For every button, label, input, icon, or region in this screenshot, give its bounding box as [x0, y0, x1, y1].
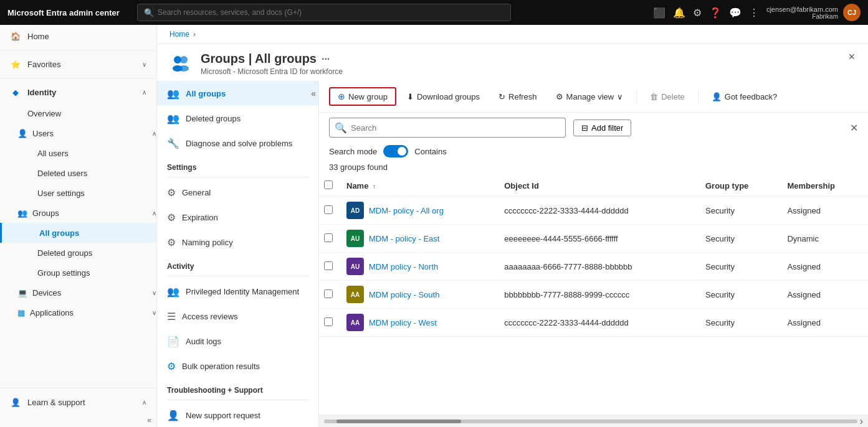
sidebar-item-all-users[interactable]: All users [0, 143, 156, 163]
sidebar-item-home[interactable]: 🏠 Home [0, 25, 156, 47]
panel-item-general[interactable]: ⚙ General [157, 180, 318, 205]
panel-item-expiration[interactable]: ⚙ Expiration [157, 205, 318, 230]
sidebar-item-all-groups[interactable]: All groups [0, 223, 156, 243]
row-checkbox-2[interactable] [324, 261, 333, 270]
row-name-cell: AA MDM policy - West [339, 309, 497, 337]
panel-general-label: General [182, 188, 211, 197]
sidebar-item-learn-support[interactable]: 👤 Learn & support ∧ [0, 391, 156, 413]
scroll-right-icon[interactable]: › [860, 416, 863, 427]
panel-item-diagnose[interactable]: 🔧 Diagnose and solve problems [157, 131, 318, 156]
panel-item-new-support[interactable]: 👤 New support request [157, 403, 318, 427]
support-icon: 👤 [167, 410, 179, 421]
add-filter-button[interactable]: ⊟ Add filter [573, 120, 631, 136]
sidebar-item-devices[interactable]: 💻 Devices ∨ [0, 283, 156, 303]
manage-view-button[interactable]: ⚙ Manage view ∨ [548, 88, 632, 106]
group-name-link[interactable]: MDM policy - West [369, 318, 437, 327]
row-checkbox-0[interactable] [324, 205, 333, 214]
select-all-header[interactable] [319, 176, 339, 197]
bulk-icon: ⚙ [167, 360, 176, 372]
panel-naming-policy-label: Naming policy [182, 238, 233, 247]
sidebar-item-users[interactable]: 👤 Users ∧ [0, 123, 156, 143]
avatar[interactable]: CJ [843, 4, 861, 21]
chevron-up-icon: ∧ [142, 89, 146, 96]
portal-icon[interactable]: ⬛ [653, 7, 665, 19]
group-name-link[interactable]: MDM- policy - All org [369, 206, 444, 215]
page-title: Groups | All groups ··· [201, 52, 839, 66]
sidebar-collapse-btn[interactable]: « [0, 413, 156, 427]
page-header-text: Groups | All groups ··· Microsoft - Micr… [201, 52, 839, 76]
topbar-icons: ⬛ 🔔 ⚙ ❓ 💬 ⋮ cjensen@fabrikam.com Fabrika… [653, 4, 861, 21]
row-checkbox-cell[interactable] [319, 197, 339, 225]
settings-icon[interactable]: ⚙ [693, 7, 702, 19]
user-menu[interactable]: cjensen@fabrikam.com Fabrikam CJ [766, 4, 861, 21]
membership-column-header[interactable]: Membership [780, 176, 868, 197]
sidebar-item-groups[interactable]: 👥 Groups ∧ [0, 203, 156, 223]
row-checkbox-cell[interactable] [319, 225, 339, 253]
sidebar-item-user-settings[interactable]: User settings [0, 183, 156, 203]
sidebar-item-deleted-users[interactable]: Deleted users [0, 163, 156, 183]
row-group-type-cell: Security [698, 225, 780, 253]
sidebar-item-overview[interactable]: Overview [0, 103, 156, 123]
group-type-column-header[interactable]: Group type [698, 176, 780, 197]
chevron-up-icon-groups: ∧ [152, 210, 156, 217]
panel-item-audit-logs[interactable]: 📄 Audit logs [157, 329, 318, 354]
search-box[interactable]: 🔍 [329, 118, 566, 138]
new-group-button[interactable]: ⊕ New group [329, 87, 396, 106]
panel-item-pim[interactable]: 👥 Privileged Identity Management [157, 279, 318, 304]
breadcrumb-home[interactable]: Home [169, 30, 189, 39]
add-filter-label: Add filter [591, 123, 623, 133]
row-checkbox-cell[interactable] [319, 253, 339, 281]
sort-icon: ↑ [373, 183, 376, 190]
sidebar-item-group-settings[interactable]: Group settings [0, 263, 156, 283]
notification-icon[interactable]: 🔔 [673, 7, 685, 19]
row-checkbox-1[interactable] [324, 233, 333, 242]
ellipsis-icon[interactable]: ··· [322, 54, 330, 65]
global-search-input[interactable] [158, 8, 504, 17]
sidebar-item-applications[interactable]: ▦ Applications ∨ [0, 303, 156, 322]
sidebar-item-identity[interactable]: ◆ Identity ∧ [0, 81, 156, 103]
row-checkbox-cell[interactable] [319, 281, 339, 309]
users-icon: 👤 [17, 129, 27, 138]
panel-item-bulk-operations[interactable]: ⚙ Bulk operation results [157, 354, 318, 378]
row-name-cell: AU MDM - policy - East [339, 225, 497, 253]
name-column-header[interactable]: Name ↑ [339, 176, 497, 197]
naming-policy-icon: ⚙ [167, 237, 176, 248]
toggle-control[interactable] [383, 145, 408, 157]
page-subtitle: Microsoft - Microsoft Entra ID for workf… [201, 67, 839, 76]
group-name-link[interactable]: MDM policy - South [369, 290, 439, 299]
sidebar-item-deleted-groups[interactable]: Deleted groups [0, 243, 156, 263]
object-id-column-header[interactable]: Object Id [497, 176, 698, 197]
row-name-cell: AA MDM policy - South [339, 281, 497, 309]
panel-pim-label: Privileged Identity Management [186, 287, 299, 296]
panel-collapse-btn[interactable]: « [308, 86, 318, 101]
row-checkbox-cell[interactable] [319, 309, 339, 337]
feedback-button[interactable]: 👤 Got feedback? [703, 88, 786, 106]
panel-item-naming-policy[interactable]: ⚙ Naming policy [157, 230, 318, 255]
feedback-icon[interactable]: 💬 [729, 7, 742, 19]
global-search[interactable]: 🔍 [137, 4, 511, 21]
grid-icon[interactable]: ⋮ [749, 7, 759, 19]
sidebar-item-favorites[interactable]: ⭐ Favorites ∨ [0, 53, 156, 75]
group-name-link[interactable]: MDM - policy - East [369, 234, 439, 243]
row-checkbox-3[interactable] [324, 289, 333, 298]
refresh-button[interactable]: ↻ Refresh [490, 88, 545, 106]
panel-expiration-label: Expiration [182, 213, 218, 222]
delete-button[interactable]: 🗑 Delete [642, 88, 693, 106]
select-all-checkbox[interactable] [324, 181, 333, 189]
group-name-link[interactable]: MDM policy - North [369, 262, 438, 271]
help-icon[interactable]: ❓ [709, 7, 722, 19]
close-icon[interactable]: ✕ [848, 52, 856, 62]
horizontal-scrollbar[interactable] [324, 420, 857, 423]
search-input[interactable] [351, 123, 560, 133]
scrollbar-thumb[interactable] [336, 420, 461, 423]
filter-icon: ⊟ [581, 123, 588, 133]
row-checkbox-4[interactable] [324, 317, 333, 326]
new-group-label: New group [348, 92, 388, 101]
panel-item-deleted-groups[interactable]: 👥 Deleted groups [157, 106, 318, 131]
panel-item-access-reviews[interactable]: ☰ Access reviews [157, 304, 318, 329]
panel-item-all-groups[interactable]: 👥 All groups [157, 81, 318, 106]
search-mode-toggle[interactable] [383, 145, 408, 157]
feedback-label: Got feedback? [725, 92, 778, 101]
download-groups-button[interactable]: ⬇ Download groups [399, 88, 488, 106]
filter-close-icon[interactable]: ✕ [850, 122, 858, 134]
